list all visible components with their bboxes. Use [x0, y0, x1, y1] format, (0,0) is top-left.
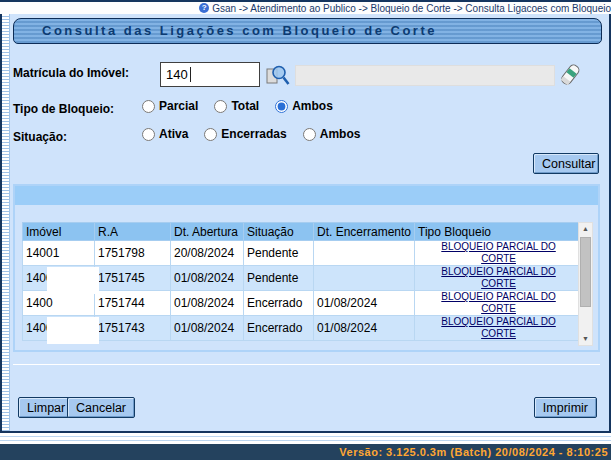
radio-encerradas[interactable] [204, 128, 217, 141]
cell-tipo-bloqueio: BLOQUEIO PARCIAL DO CORTE [415, 316, 583, 341]
radio-tipo-ambos[interactable] [275, 100, 288, 113]
cell-dt-encerramento [314, 241, 415, 266]
cell-dt-abertura: 01/08/2024 [171, 316, 244, 341]
radio-option-situacao-ambos[interactable]: Ambos [303, 127, 361, 141]
cell-tipo-bloqueio: BLOQUEIO PARCIAL DO CORTE [415, 241, 583, 266]
imovel-description-field [295, 65, 555, 86]
radio-option-total[interactable]: Total [214, 99, 259, 113]
cell-dt-abertura: 20/08/2024 [171, 241, 244, 266]
cancelar-button[interactable]: Cancelar [67, 397, 135, 418]
cell-ra: 1751743 [95, 316, 171, 341]
scrollbar-up-arrow-icon[interactable]: ▲ [579, 223, 592, 235]
radio-situacao-ambos-label: Ambos [320, 127, 361, 141]
cell-imovel: 1400 [23, 266, 95, 291]
help-icon[interactable]: ? [199, 3, 209, 13]
results-panel: Imóvel R.A Dt. Abertura Situação Dt. Enc… [13, 184, 600, 352]
page-title: Consulta das Ligações com Bloqueio de Co… [13, 18, 602, 44]
tipo-bloqueio-radio-group: Parcial Total Ambos [142, 99, 333, 113]
header-ra: R.A [95, 223, 171, 241]
tipo-bloqueio-label: Tipo de Bloqueio: [13, 102, 114, 116]
cell-dt-abertura: 01/08/2024 [171, 291, 244, 316]
main-frame: Consulta das Ligações com Bloqueio de Co… [0, 14, 611, 433]
tipo-bloqueio-link[interactable]: BLOQUEIO PARCIAL DO CORTE [440, 241, 558, 265]
consultar-button[interactable]: Consultar [533, 153, 599, 174]
imprimir-button[interactable]: Imprimir [534, 397, 597, 418]
header-imovel: Imóvel [23, 223, 95, 241]
table-row: 1400 1751743 01/08/2024 Encerrado 01/08/… [23, 316, 583, 341]
radio-situacao-ambos[interactable] [303, 128, 316, 141]
table-row: 1400 1751745 01/08/2024 Pendente BLOQUEI… [23, 266, 583, 291]
eraser-icon[interactable] [557, 61, 583, 89]
radio-total[interactable] [214, 100, 227, 113]
pre-footer-stripes [0, 433, 611, 444]
results-header-band [15, 186, 598, 205]
cell-ra: 1751745 [95, 266, 171, 291]
cell-imovel: 14001 [23, 241, 95, 266]
radio-ativa[interactable] [142, 128, 155, 141]
cell-imovel: 1400 [23, 291, 95, 316]
cell-situacao: Pendente [244, 266, 314, 291]
tipo-bloqueio-link[interactable]: BLOQUEIO PARCIAL DO CORTE [440, 291, 558, 315]
scrollbar-down-arrow-icon[interactable]: ▼ [579, 333, 592, 345]
table-header-row: Imóvel R.A Dt. Abertura Situação Dt. Enc… [23, 223, 583, 241]
redaction-patch [47, 267, 99, 294]
cell-dt-abertura: 01/08/2024 [171, 266, 244, 291]
cell-tipo-bloqueio: BLOQUEIO PARCIAL DO CORTE [415, 291, 583, 316]
cell-situacao: Encerrado [244, 291, 314, 316]
tipo-bloqueio-link[interactable]: BLOQUEIO PARCIAL DO CORTE [440, 316, 558, 340]
scrollbar-thumb[interactable] [580, 237, 591, 307]
cell-dt-encerramento: 01/08/2024 [314, 316, 415, 341]
breadcrumb-text: Gsan -> Atendimento ao Publico -> Bloque… [212, 3, 611, 14]
header-dt-encerramento: Dt. Encerramento [314, 223, 415, 241]
radio-ativa-label: Ativa [159, 127, 188, 141]
radio-encerradas-label: Encerradas [221, 127, 286, 141]
radio-tipo-ambos-label: Ambos [292, 99, 333, 113]
table-row: 14001 1751798 20/08/2024 Pendente BLOQUE… [23, 241, 583, 266]
cell-dt-encerramento: 01/08/2024 [314, 291, 415, 316]
cell-tipo-bloqueio: BLOQUEIO PARCIAL DO CORTE [415, 266, 583, 291]
cell-ra: 1751744 [95, 291, 171, 316]
eraser-glyph [557, 61, 583, 89]
radio-option-encerradas[interactable]: Encerradas [204, 127, 286, 141]
radio-parcial-label: Parcial [159, 99, 198, 113]
matricula-label: Matrícula do Imóvel: [13, 66, 129, 80]
results-table: Imóvel R.A Dt. Abertura Situação Dt. Enc… [22, 222, 583, 341]
situacao-label: Situação: [13, 130, 67, 144]
radio-option-parcial[interactable]: Parcial [142, 99, 198, 113]
cell-dt-encerramento [314, 266, 415, 291]
limpar-button[interactable]: Limpar [18, 397, 74, 418]
version-footer: Versão: 3.125.0.3m (Batch) 20/08/2024 - … [0, 444, 611, 460]
header-situacao: Situação [244, 223, 314, 241]
radio-option-tipo-ambos[interactable]: Ambos [275, 99, 333, 113]
header-tipo-bloqueio: Tipo Bloqueio [415, 223, 583, 241]
horizontal-divider [13, 364, 600, 365]
results-table-body: 14001 1751798 20/08/2024 Pendente BLOQUE… [23, 241, 583, 341]
text-caret [190, 67, 191, 82]
table-row: 1400 1751744 01/08/2024 Encerrado 01/08/… [23, 291, 583, 316]
header-dt-abertura: Dt. Abertura [171, 223, 244, 241]
table-scrollbar[interactable]: ▲ ▼ [578, 222, 593, 346]
tipo-bloqueio-link[interactable]: BLOQUEIO PARCIAL DO CORTE [440, 266, 558, 290]
cell-imovel: 1400 [23, 316, 95, 341]
cell-situacao: Encerrado [244, 316, 314, 341]
left-decorative-strip [2, 14, 10, 431]
radio-parcial[interactable] [142, 100, 155, 113]
radio-option-ativa[interactable]: Ativa [142, 127, 188, 141]
cell-situacao: Pendente [244, 241, 314, 266]
breadcrumb: ? Gsan -> Atendimento ao Publico -> Bloq… [0, 2, 611, 14]
cell-ra: 1751798 [95, 241, 171, 266]
search-magnifier-icon[interactable] [265, 63, 290, 88]
situacao-radio-group: Ativa Encerradas Ambos [142, 127, 360, 141]
gsan-window: ? Gsan -> Atendimento ao Publico -> Bloq… [0, 0, 611, 460]
magnifier-glyph [265, 63, 290, 88]
redaction-patch [47, 317, 99, 344]
matricula-input[interactable] [160, 62, 260, 87]
radio-total-label: Total [231, 99, 259, 113]
